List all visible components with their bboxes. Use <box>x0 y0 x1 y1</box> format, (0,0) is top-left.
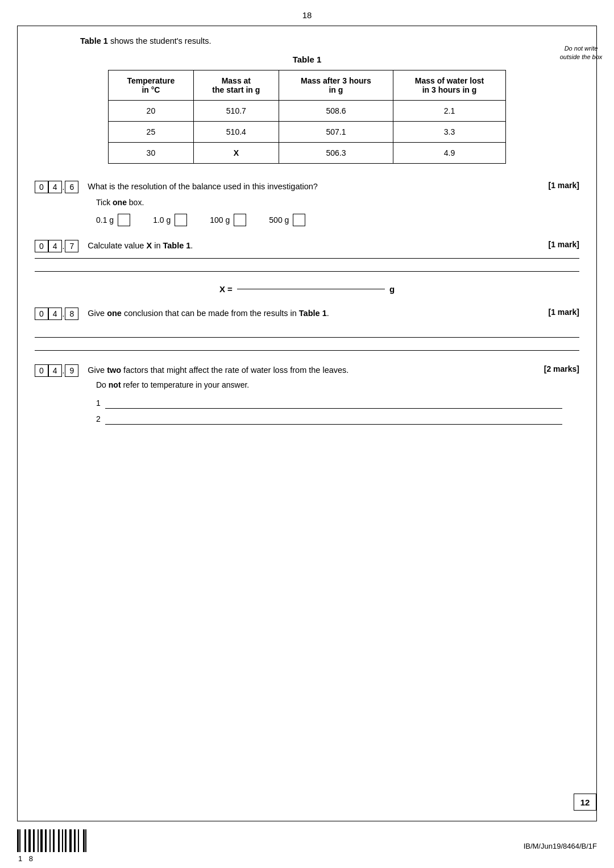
table-header-row: Temperaturein °C Mass atthe start in g M… <box>109 70 506 101</box>
page-number: 18 <box>0 0 614 26</box>
cell-temp-1: 20 <box>109 101 194 122</box>
num-box-0d: 0 <box>35 364 48 377</box>
cell-mass-after-3: 506.3 <box>279 143 393 164</box>
num-box-4b: 4 <box>48 240 62 252</box>
question-number-4-6: 0 4 . 6 <box>35 181 78 193</box>
question-4-7-text: Calculate value X in Table 1. <box>88 240 548 252</box>
tick-box-100g[interactable] <box>234 214 246 226</box>
bar-gap <box>31 829 32 852</box>
question-4-6: 0 4 . 6 What is the resolution of the ba… <box>35 181 579 226</box>
answer-line-6[interactable] <box>105 424 562 425</box>
bar <box>17 829 19 852</box>
answer-1-row: 1 <box>35 398 579 409</box>
question-4-8: 0 4 . 8 Give one conclusion that can be … <box>35 308 579 351</box>
answer-lines-4-7 <box>35 258 579 272</box>
cell-mass-lost-1: 2.1 <box>393 101 505 122</box>
bar-gap <box>72 829 73 852</box>
marks-4-9: [2 marks] <box>544 364 579 373</box>
score-box: 12 <box>574 794 596 811</box>
num-box-0: 0 <box>35 181 48 193</box>
tick-label-500g: 500 g <box>269 215 289 225</box>
tick-box-0-1g[interactable] <box>118 214 130 226</box>
num-box-4: 4 <box>48 181 62 193</box>
answer-num-2: 2 <box>96 414 101 425</box>
answer-line-2[interactable] <box>35 271 579 272</box>
bar <box>19 829 20 852</box>
bar-gap <box>80 829 82 852</box>
cell-mass-after-1: 508.6 <box>279 101 393 122</box>
bar <box>78 829 79 852</box>
tick-option-0-1g: 0.1 g <box>96 214 130 226</box>
bar-gap <box>76 829 77 852</box>
cell-mass-start-1: 510.7 <box>193 101 279 122</box>
num-box-9: 9 <box>65 364 78 377</box>
question-4-8-row: 0 4 . 8 Give one conclusion that can be … <box>35 308 579 320</box>
bar <box>85 829 86 852</box>
table-row: 25 510.4 507.1 3.3 <box>109 122 506 143</box>
question-4-9-row: 0 4 . 9 Give two factors that might affe… <box>35 364 579 377</box>
marks-4-6: [1 mark] <box>549 181 579 190</box>
bar <box>65 829 67 852</box>
bar <box>33 829 35 852</box>
answer-line-1[interactable] <box>35 258 579 259</box>
answer-2-row: 2 <box>35 414 579 425</box>
cell-mass-start-3: X <box>193 143 279 164</box>
tick-box-500g[interactable] <box>293 214 305 226</box>
bar-gap <box>55 829 57 852</box>
tick-label-1-0g: 1.0 g <box>153 215 171 225</box>
table-row: 20 510.7 508.6 2.1 <box>109 101 506 122</box>
question-4-7-row: 0 4 . 7 Calculate value X in Table 1. [1… <box>35 240 579 252</box>
tick-label-0-1g: 0.1 g <box>96 215 114 225</box>
answer-line-5[interactable] <box>105 408 562 409</box>
question-4-6-text: What is the resolution of the balance us… <box>88 181 548 193</box>
marks-4-8: [1 mark] <box>549 308 579 317</box>
bar-gap <box>67 829 69 852</box>
bar-gap <box>35 829 37 852</box>
question-number-4-7: 0 4 . 7 <box>35 240 78 252</box>
num-box-4d: 4 <box>48 364 62 377</box>
col-header-mass-after: Mass after 3 hoursin g <box>279 70 393 101</box>
x-equals-line[interactable] <box>237 289 385 289</box>
x-equals-row: X = g <box>35 284 579 294</box>
table-row: 30 X 506.3 4.9 <box>109 143 506 164</box>
bar <box>74 829 76 852</box>
question-4-9: 0 4 . 9 Give two factors that might affe… <box>35 364 579 425</box>
bar <box>49 829 51 852</box>
bar <box>83 829 85 852</box>
tick-option-500g: 500 g <box>269 214 305 226</box>
bar-gap <box>21 829 24 852</box>
answer-lines-4-8 <box>35 337 579 351</box>
x-unit: g <box>389 284 395 294</box>
tick-option-1-0g: 1.0 g <box>153 214 187 226</box>
data-table: Temperaturein °C Mass atthe start in g M… <box>108 70 506 164</box>
bar <box>58 829 60 852</box>
answer-line-4[interactable] <box>35 350 579 351</box>
tick-instruction: Tick one box. <box>96 198 579 207</box>
intro-text: Table 1 shows the student's results. <box>80 36 579 45</box>
question-4-6-row: 0 4 . 6 What is the resolution of the ba… <box>35 181 579 193</box>
bar <box>38 829 39 852</box>
intro-after: shows the student's results. <box>108 36 211 45</box>
num-box-4c: 4 <box>48 308 62 320</box>
question-4-7: 0 4 . 7 Calculate value X in Table 1. [1… <box>35 240 579 294</box>
col-header-mass-start: Mass atthe start in g <box>193 70 279 101</box>
bar <box>40 829 43 852</box>
tick-options: 0.1 g 1.0 g 100 g 500 g <box>96 214 579 226</box>
bar <box>28 829 31 852</box>
tick-box-1-0g[interactable] <box>175 214 187 226</box>
barcode <box>17 829 86 852</box>
bar-gap <box>51 829 52 852</box>
tick-label-100g: 100 g <box>210 215 230 225</box>
intro-bold: Table 1 <box>80 36 108 45</box>
question-4-8-text: Give one conclusion that can be made fro… <box>88 308 548 320</box>
answer-line-3[interactable] <box>35 337 579 338</box>
cell-temp-3: 30 <box>109 143 194 164</box>
question-number-4-9: 0 4 . 9 <box>35 364 78 377</box>
question-number-4-8: 0 4 . 8 <box>35 308 78 320</box>
tick-option-100g: 100 g <box>210 214 246 226</box>
bar <box>53 829 55 852</box>
cell-mass-lost-2: 3.3 <box>393 122 505 143</box>
bar <box>24 829 26 852</box>
answer-num-1: 1 <box>96 398 101 409</box>
bar <box>45 829 47 852</box>
